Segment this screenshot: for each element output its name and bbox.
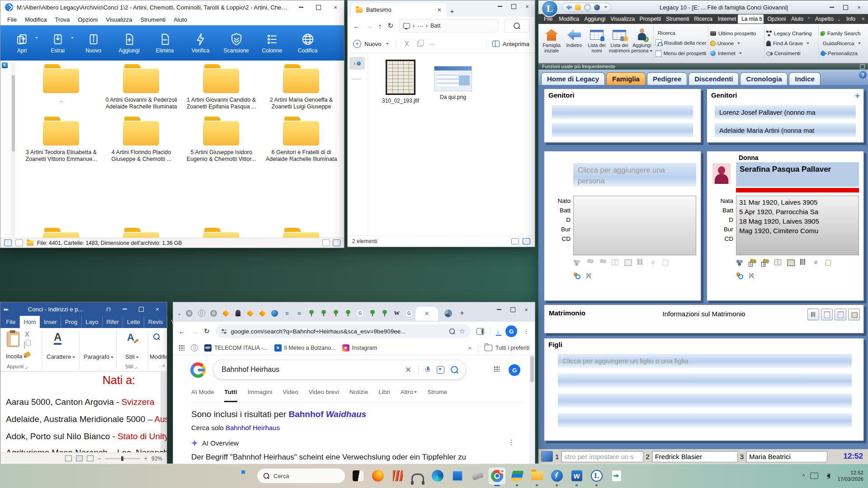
bookmark-item[interactable]: BIl Meteo a Bolzano... <box>274 344 336 352</box>
pinned-tab-tree-icon[interactable] <box>307 309 316 318</box>
legacy-guidaricerca-button[interactable]: GuidaRicerca <box>821 41 865 46</box>
notes-icon[interactable] <box>774 259 782 266</box>
filter-tab-notizie[interactable]: Notizie <box>349 389 368 402</box>
archive-folder[interactable]: 2 Artini Maria Genoeffa & Zoanetti Luigi… <box>261 64 341 111</box>
sources-icon[interactable] <box>637 259 644 266</box>
minimize-button[interactable] <box>825 2 839 12</box>
zoom-level[interactable]: 92% <box>151 455 162 462</box>
close-button[interactable]: × <box>519 305 533 314</box>
spouses-icon[interactable] <box>736 259 744 266</box>
collapse-ribbon-icon[interactable]: ^ <box>162 363 165 370</box>
word-document[interactable]: Nati a: Aarau 5000, Canton Argovia - Svi… <box>0 371 167 452</box>
taskbar-bolt-icon[interactable] <box>548 468 565 484</box>
add-parents-icon[interactable]: + <box>855 91 860 101</box>
word-tab-hom[interactable]: Hom <box>20 316 40 328</box>
preview-toggle[interactable]: Anteprima <box>486 41 529 47</box>
winzip-toolbar-delete-button[interactable]: Elimina <box>147 27 183 59</box>
legacy-tab-discendenti[interactable]: Discendenti <box>689 72 739 85</box>
new-tab-icon[interactable]: + <box>458 309 466 317</box>
legacy-tab-home-di-legacy[interactable]: Home di Legacy <box>541 72 605 85</box>
filter-tab-strume[interactable]: Strume <box>427 389 447 402</box>
todo-icon[interactable] <box>825 259 832 266</box>
copy-icon[interactable] <box>24 342 25 348</box>
legacy-ricerca-button[interactable]: Ricerca <box>656 30 706 36</box>
tree-item[interactable]: › <box>349 57 365 70</box>
view-grid-icon[interactable] <box>4 239 12 246</box>
winzip-rail-icon[interactable]: E <box>2 62 8 68</box>
sources-icon[interactable] <box>799 259 807 266</box>
help-icon[interactable]: ? <box>859 71 867 79</box>
taskbar-bars-icon[interactable] <box>389 468 406 484</box>
voice-search-icon[interactable] <box>425 366 430 373</box>
maximize-button[interactable] <box>507 1 520 11</box>
siblings-icon[interactable] <box>599 259 606 266</box>
taskbar-chrome-icon[interactable]: G <box>489 468 505 484</box>
archive-folder[interactable]: 1 Artini Giovanni Candido & Zoanetti Epi… <box>181 64 261 111</box>
refresh-icon[interactable]: ↻ <box>388 22 394 30</box>
all-bookmarks-folder[interactable]: Tutti i preferiti <box>485 345 529 351</box>
web-layout-icon[interactable] <box>87 455 94 461</box>
minimize-button[interactable] <box>492 305 506 314</box>
search-instead-link[interactable]: Bahnhof Heirhaus <box>226 424 280 432</box>
back-icon[interactable] <box>566 5 572 10</box>
lens-icon[interactable] <box>437 366 444 374</box>
legacy-logo[interactable]: L <box>541 0 558 17</box>
marriage-sources-button[interactable] <box>807 309 819 320</box>
event-box[interactable]: 31 Mar 1920, Laives 39055 Apr 1920, Parr… <box>736 196 859 255</box>
winzip-toolbar-encode-button[interactable]: Codifica <box>290 27 326 59</box>
siblings-icon[interactable]: 3 <box>761 259 769 266</box>
winzip-toolbar-extract-button[interactable]: Estrai <box>40 27 75 59</box>
winzip-toolbar-scan-button[interactable]: Scansione <box>218 27 254 59</box>
legacy-menu-info[interactable]: Info <box>843 14 858 23</box>
parent-row-empty[interactable] <box>552 105 693 119</box>
legacy-back-button[interactable]: Indietro <box>563 25 585 61</box>
status-slot-3[interactable]: Maria Beatrici <box>746 451 827 462</box>
marriage-doc-button[interactable] <box>835 309 846 320</box>
archive-folder-clipped[interactable] <box>181 228 261 238</box>
zoom-icon[interactable] <box>449 328 455 334</box>
zoom-out-icon[interactable]: − <box>98 455 101 462</box>
spouses-icon[interactable] <box>573 259 581 266</box>
winzip-menu-aiuto[interactable]: Aiuto <box>170 15 191 24</box>
pinned-tab-grave-icon[interactable] <box>234 309 242 318</box>
legacy-menu-la-mia-b[interactable]: La mia b <box>738 14 764 23</box>
maximize-button[interactable] <box>506 305 519 314</box>
todo-icon[interactable] <box>662 259 670 266</box>
legacy-menu-ricerca[interactable]: Ricerca <box>690 14 714 23</box>
minimize-button[interactable] <box>294 2 308 12</box>
background-tab[interactable] <box>440 307 456 319</box>
taskbar-headphones-icon[interactable] <box>409 468 426 484</box>
mdi-close-button[interactable]: × <box>862 16 865 22</box>
pinned-tab-wiki-icon[interactable]: W <box>392 309 401 318</box>
search-person-icon[interactable] <box>736 272 744 279</box>
filter-tab-video-brevi[interactable]: Video brevi <box>309 389 339 402</box>
legacy-menu-aiuto[interactable]: Aiuto <box>788 14 806 23</box>
pinned-tab-tree-icon[interactable] <box>380 309 389 318</box>
bookmark-item[interactable]: ◉Instagram <box>342 344 377 352</box>
site-settings-icon[interactable] <box>221 329 227 334</box>
legacy-tab-indice[interactable]: Indice <box>789 72 820 85</box>
media-icon[interactable] <box>787 259 794 266</box>
media-icon[interactable] <box>624 259 632 266</box>
bookmark-icon[interactable] <box>541 451 553 462</box>
more-commands-icon[interactable]: ⋯ <box>429 41 435 47</box>
read-mode-icon[interactable] <box>65 455 72 461</box>
legacy-tab-famiglia[interactable]: Famiglia <box>606 72 646 85</box>
legacy-unione-button[interactable]: Unione <box>710 41 762 46</box>
maximize-button[interactable] <box>311 2 325 12</box>
paragraph-group-button[interactable]: Paragrafo <box>84 353 113 360</box>
dna-icon[interactable]: )X( <box>749 272 756 279</box>
archive-folder[interactable]: 3 Artini Teodora Elisabetta & Zoanetti V… <box>21 117 101 164</box>
pinned-tab-tree-icon[interactable] <box>331 309 340 318</box>
legacy-menu-modifica[interactable]: Modifica <box>555 14 580 23</box>
winzip-menu-file[interactable]: File <box>3 15 21 24</box>
pinned-tab-g-color-icon[interactable]: G <box>356 309 364 318</box>
archive-folder[interactable]: 0 Artini Giovanni & Pederzoli Adelaide R… <box>101 64 181 111</box>
pinned-tab-g-gray-icon[interactable]: G <box>185 309 193 318</box>
omnibox[interactable]: google.com/search?q=Bahnhof+Heirhaus&sca… <box>216 324 471 338</box>
zoom-in-icon[interactable]: + <box>144 455 147 462</box>
legacy-addperson-button[interactable]: +Aggiungi persona <box>631 25 653 61</box>
legacy-personalizza-button[interactable]: Personalizza <box>821 51 865 56</box>
up-icon[interactable]: ↑ <box>378 22 382 30</box>
cut-icon[interactable] <box>404 41 410 47</box>
